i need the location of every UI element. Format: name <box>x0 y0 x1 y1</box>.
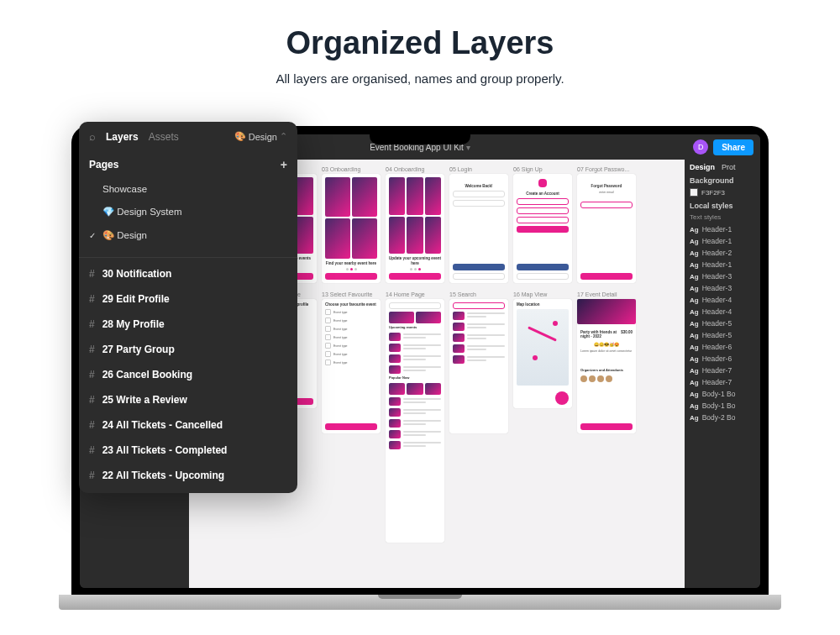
text-style[interactable]: AgBody-2 Bo <box>690 412 755 423</box>
hash-icon: # <box>89 444 95 456</box>
artboard[interactable]: 04 OnboardingUpdate your upcoming event … <box>386 166 444 283</box>
local-styles-label: Local styles <box>690 202 755 210</box>
artboard[interactable]: 14 Home PageUpcoming eventsPopular Now <box>386 291 444 543</box>
add-page-button[interactable]: + <box>281 158 287 171</box>
frame-item[interactable]: #28 My Profile <box>79 312 297 337</box>
frame-item[interactable]: #25 Write a Review <box>79 387 297 412</box>
text-style[interactable]: AgHeader-2 <box>690 247 755 259</box>
artboard[interactable]: 07 Forgot Passwo...Forgot Passwordenter … <box>577 166 636 283</box>
laptop-notch <box>370 134 470 144</box>
frame-item[interactable]: #24 All Tickets - Cancelled <box>79 412 297 438</box>
frame-item[interactable]: #22 All Tickets - Upcoming <box>79 463 297 488</box>
frame-item[interactable]: #29 Edit Profile <box>79 286 297 312</box>
page-item[interactable]: Showcase <box>79 178 297 200</box>
frame-item[interactable]: #27 Party Group <box>79 337 297 362</box>
artboard[interactable]: 13 Select FavouriteChoose your favourite… <box>322 291 381 433</box>
hash-icon: # <box>89 344 95 355</box>
text-style[interactable]: AgHeader-7 <box>690 376 755 388</box>
layers-panel: ⌕ Layers Assets 🎨 Design ⌃ Pages + Showc… <box>79 122 297 493</box>
search-icon[interactable]: ⌕ <box>89 130 96 143</box>
page-item[interactable]: 💎 Design System <box>79 200 297 223</box>
frame-item[interactable]: #30 Notification <box>79 261 297 286</box>
text-styles-label: Text styles <box>690 213 755 221</box>
text-style[interactable]: AgHeader-4 <box>690 306 755 318</box>
tab-assets[interactable]: Assets <box>149 131 179 143</box>
laptop-base <box>59 595 781 610</box>
text-style[interactable]: AgHeader-5 <box>690 329 755 341</box>
text-style[interactable]: AgHeader-6 <box>690 341 755 353</box>
pages-header: Pages <box>89 159 118 171</box>
right-panel: Design Prot Background F3F2F3 Local styl… <box>685 160 760 588</box>
hash-icon: # <box>89 318 95 330</box>
hash-icon: # <box>89 419 95 431</box>
page-item[interactable]: 🎨 Design <box>79 223 297 247</box>
text-style[interactable]: AgBody-1 Bo <box>690 388 755 400</box>
tab-design[interactable]: Design <box>690 163 715 171</box>
text-style[interactable]: AgHeader-4 <box>690 294 755 306</box>
text-style[interactable]: AgHeader-3 <box>690 282 755 294</box>
tab-layers[interactable]: Layers <box>106 131 139 143</box>
artboard[interactable]: 17 Event DetailParty with friends at nig… <box>577 291 636 433</box>
hash-icon: # <box>89 394 95 406</box>
background-label: Background <box>690 176 755 185</box>
avatar[interactable]: D <box>693 139 708 155</box>
artboard[interactable]: 06 Sign UpCreate an Account <box>513 166 572 283</box>
page-title: Organized Layers <box>0 25 840 61</box>
hash-icon: # <box>89 470 95 481</box>
frame-item[interactable]: #26 Cancel Booking <box>79 362 297 387</box>
text-style[interactable]: AgHeader-1 <box>690 259 755 270</box>
text-style[interactable]: AgHeader-7 <box>690 365 755 376</box>
hash-icon: # <box>89 369 95 380</box>
share-button[interactable]: Share <box>713 139 753 155</box>
tab-prototype[interactable]: Prot <box>722 163 736 171</box>
hero: Organized Layers All layers are organise… <box>0 0 840 86</box>
text-style[interactable]: AgHeader-5 <box>690 318 755 329</box>
frame-item[interactable]: #23 All Tickets - Completed <box>79 438 297 463</box>
text-style[interactable]: AgHeader-1 <box>690 235 755 247</box>
hash-icon: # <box>89 293 95 305</box>
artboard[interactable]: 15 Search <box>449 291 508 433</box>
text-style[interactable]: AgHeader-1 <box>690 223 755 235</box>
page-subtitle: All layers are organised, names and grou… <box>0 71 840 86</box>
text-style[interactable]: AgHeader-3 <box>690 270 755 282</box>
artboard[interactable]: 05 LoginWelcome Back! <box>449 166 508 283</box>
background-swatch[interactable]: F3F2F3 <box>690 188 755 197</box>
text-style[interactable]: AgBody-1 Bo <box>690 400 755 412</box>
page-selector[interactable]: 🎨 Design ⌃ <box>234 131 287 142</box>
hash-icon: # <box>89 268 95 280</box>
artboard[interactable]: 03 OnboardingFind your nearby event here <box>322 166 381 283</box>
artboard[interactable]: 16 Map ViewMap location <box>513 291 572 408</box>
text-style[interactable]: AgHeader-6 <box>690 353 755 365</box>
